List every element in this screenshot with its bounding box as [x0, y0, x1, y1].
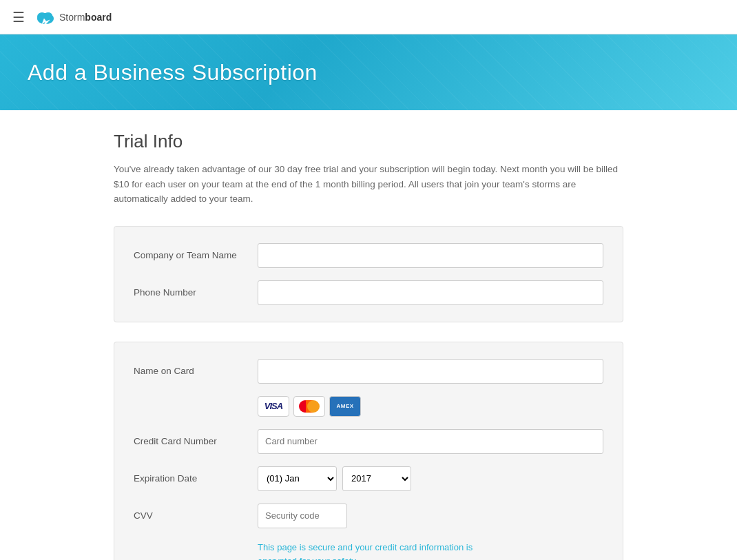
company-input[interactable] — [258, 243, 603, 268]
visa-text: VISA — [264, 401, 282, 411]
name-on-card-row: Name on Card — [134, 359, 603, 384]
company-form-row: Company or Team Name — [134, 243, 603, 268]
name-on-card-label: Name on Card — [134, 366, 258, 376]
cvv-label: CVV — [134, 510, 258, 521]
mastercard-icon — [293, 396, 325, 417]
security-line1: This page is secure and your credit card… — [258, 542, 473, 552]
year-select[interactable]: 2017 2018 2019 2020 2021 2022 2023 2024 … — [342, 466, 411, 491]
stormboard-logo-icon — [34, 6, 56, 28]
amex-text: AMEX — [336, 403, 353, 409]
name-on-card-input[interactable] — [258, 359, 603, 384]
payment-form-card: Name on Card VISA AMEX Credit Card Numbe… — [114, 342, 623, 560]
trial-info-text: You've already taken advantage of our 30… — [114, 162, 623, 207]
svg-point-2 — [44, 12, 52, 19]
phone-input[interactable] — [258, 280, 603, 305]
amex-card-icon: AMEX — [329, 396, 361, 417]
cvv-row: CVV — [134, 504, 603, 528]
hero-title: Add a Business Subscription — [28, 60, 318, 85]
logo-area: Stormboard — [34, 6, 112, 28]
phone-label: Phone Number — [134, 287, 258, 298]
navbar: ☰ Stormboard — [0, 0, 737, 34]
month-select[interactable]: (01) Jan (02) Feb (03) Mar (04) Apr (05)… — [258, 466, 337, 491]
security-text: This page is secure and your credit card… — [134, 541, 603, 560]
section-title: Trial Info — [114, 131, 623, 152]
company-label: Company or Team Name — [134, 250, 258, 260]
cvv-input[interactable] — [258, 504, 347, 528]
card-icons-row: VISA AMEX — [134, 396, 603, 417]
security-line2[interactable]: encrypted for your safety. — [258, 556, 358, 560]
hero-banner: Add a Business Subscription — [0, 34, 737, 110]
mc-right-circle — [307, 400, 320, 413]
card-number-input[interactable] — [258, 429, 603, 454]
expiration-label: Expiration Date — [134, 473, 258, 484]
main-content: Trial Info You've already taken advantag… — [100, 110, 637, 560]
credit-card-row: Credit Card Number — [134, 429, 603, 454]
expiration-row: Expiration Date (01) Jan (02) Feb (03) M… — [134, 466, 603, 491]
logo-board-text: board — [85, 12, 112, 23]
trial-text: You've already taken advantage of our 30… — [114, 164, 618, 204]
logo-storm-text: Storm — [59, 12, 85, 23]
phone-form-row: Phone Number — [134, 280, 603, 305]
company-phone-form-card: Company or Team Name Phone Number — [114, 226, 623, 322]
hamburger-icon[interactable]: ☰ — [12, 9, 25, 25]
credit-card-label: Credit Card Number — [134, 436, 258, 446]
visa-card-icon: VISA — [258, 396, 289, 417]
